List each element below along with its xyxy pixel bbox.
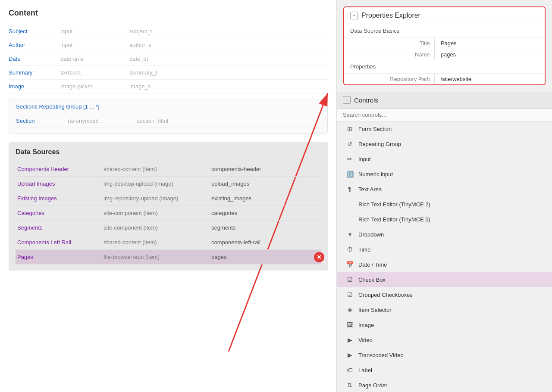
field-name: Summary [9,69,60,76]
ds-key: pages [211,254,319,260]
control-label: Numeric input [358,171,393,177]
collapse-button[interactable]: − [350,12,358,19]
ds-key: components-left-rail [211,239,319,246]
control-item[interactable]: ↺ Repeating Group [337,137,552,152]
properties-explorer-title: Properties Explorer [361,12,420,19]
field-type: input [60,28,129,34]
control-item[interactable]: ⏱ Time [337,242,552,257]
control-item[interactable]: 📅 Date / Time [337,257,552,272]
control-icon: ✏ [345,155,354,163]
field-type: image-picker [60,83,129,90]
control-label: Check Box [358,277,386,283]
field-row: Subject input subject_t [9,25,328,38]
basics-table: Title Pages Name pages [344,37,545,60]
content-heading: Content [9,9,328,18]
controls-search-input[interactable] [337,109,552,121]
control-label: Text Area [358,186,382,193]
control-icon: ▶ [345,336,354,344]
control-item[interactable]: ☑ Check Box [337,272,552,287]
control-item[interactable]: 🏷 Label [337,363,552,378]
control-label: Date / Time [358,261,387,268]
ds-key: upload_images [211,180,319,187]
field-type: date-time [60,56,129,62]
prop-label: Repository Path [344,74,434,85]
control-label: Page Order [358,382,387,389]
control-item[interactable]: ▾ Dropdown [337,227,552,242]
control-item[interactable]: Rich Text Editor (TinyMCE 5) [337,212,552,227]
control-item[interactable]: ☑ Grouped Checkboxes [337,287,552,302]
datasources-header: Data Sources [16,148,321,156]
ds-type: shared-content (item) [104,239,211,246]
control-label: Rich Text Editor (TinyMCE 2) [358,201,430,208]
control-item[interactable]: ⇅ Page Order [337,378,552,392]
control-label: Rich Text Editor (TinyMCE 5) [358,216,430,223]
control-icon: ⇅ [345,381,354,389]
datasources-section: Data Sources Components Header shared-co… [9,142,328,271]
control-label: Time [358,246,370,253]
field-key: image_s [129,83,151,90]
properties-explorer-header: − Properties Explorer [344,7,545,24]
field-type: rte-tinymce5 [68,118,137,124]
control-icon: ◈ [345,305,354,314]
control-icon: 🖼 [345,320,354,329]
prop-row: Title Pages [344,38,545,49]
control-item[interactable]: ¶ Text Area [337,182,552,197]
ds-key: existing_images [211,195,319,202]
ds-key: categories [211,210,319,216]
control-icon: ▾ [345,230,354,239]
field-row: Image image-picker image_s [9,80,328,93]
control-label: Grouped Checkboxes [358,292,413,298]
control-icon: 🏷 [345,366,354,374]
ds-name: Components Left Rail [17,239,104,246]
controls-collapse-button[interactable]: − [343,96,351,104]
datasource-row[interactable]: Pages file-browse-repo (item) pages ✕ [16,250,321,264]
controls-title: Controls [354,96,378,104]
control-label: Transcoded Video [358,352,404,358]
field-name: Section [16,118,68,124]
properties-explorer: − Properties Explorer Data Source Basics… [343,6,546,85]
control-item[interactable]: 🔢 Numeric input [337,167,552,182]
control-item[interactable]: ▶ Video [337,333,552,348]
field-type: textarea [60,69,129,76]
control-icon: ▶ [345,351,354,359]
datasource-row[interactable]: Components Header shared-content (item) … [16,162,321,177]
control-icon: ⊞ [345,124,354,133]
ds-type: file-browse-repo (item) [104,254,211,260]
control-icon: 🔢 [345,170,354,178]
control-item[interactable]: Rich Text Editor (TinyMCE 2) [337,197,552,212]
prop-value: pages [434,49,545,60]
control-label: Form Section [358,126,392,132]
field-row: Author input author_s [9,38,328,52]
control-item[interactable]: ◈ Item Selector [337,302,552,317]
ds-type: site-component (item) [104,210,211,216]
ds-name: Pages [17,254,104,260]
prop-label: Title [344,38,434,49]
control-icon: 📅 [345,260,354,269]
control-item[interactable]: ⊞ Form Section [337,121,552,137]
ds-key: components-header [211,166,319,172]
ds-name: Segments [17,224,104,231]
datasource-row[interactable]: Existing Images img-repository-upload (i… [16,191,321,206]
control-item[interactable]: 🖼 Image [337,317,552,333]
datasource-row[interactable]: Upload Images img-desktop-upload (image)… [16,177,321,191]
prop-row: Repository Path /site/website [344,74,545,85]
close-button[interactable]: ✕ [314,252,324,262]
data-source-basics-label: Data Source Basics [344,24,545,37]
controls-header: − Controls [337,92,552,109]
control-icon [345,215,354,224]
field-key: subject_t [129,28,152,34]
ds-name: Upload Images [17,180,104,187]
control-item[interactable]: ✏ Input [337,152,552,167]
control-label: Repeating Group [358,141,401,147]
control-item[interactable]: ▶ Transcoded Video [337,348,552,363]
datasource-row[interactable]: Components Left Rail shared-content (ite… [16,235,321,250]
ds-name: Categories [17,210,104,216]
datasource-row[interactable]: Categories site-component (item) categor… [16,206,321,221]
prop-value: Pages [434,38,545,49]
ds-key: segments [211,224,319,231]
field-row: Date date-time date_dt [9,52,328,66]
field-key: section_html [137,118,168,124]
datasource-row[interactable]: Segments site-component (item) segments [16,221,321,235]
section-field-row: Section rte-tinymce5 section_html [16,114,320,128]
field-key: author_s [129,42,151,48]
